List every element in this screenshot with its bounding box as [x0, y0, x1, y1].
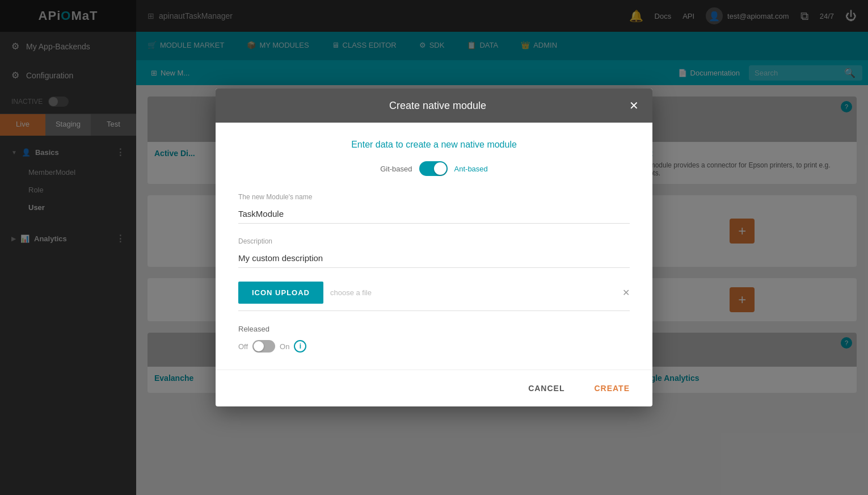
ant-label: Ant-based	[454, 165, 488, 173]
modal-subtitle: Enter data to create a new native module	[238, 140, 630, 150]
git-ant-toggle[interactable]	[419, 161, 448, 176]
module-name-input[interactable]	[238, 204, 630, 224]
released-toggle[interactable]	[252, 340, 275, 353]
upload-placeholder: choose a file	[330, 288, 616, 297]
modal-close-button[interactable]: ✕	[629, 99, 639, 112]
icon-upload-button[interactable]: ICON UPLOAD	[238, 282, 323, 304]
released-section: Released Off On i	[238, 325, 630, 353]
upload-clear-button[interactable]: ✕	[622, 287, 630, 298]
modal-body: Enter data to create a new native module…	[216, 123, 652, 370]
modal: Create native module ✕ Enter data to cre…	[216, 89, 652, 406]
released-label: Released	[238, 325, 630, 333]
git-ant-toggle-row: Git-based Ant-based	[238, 161, 630, 176]
released-info-icon[interactable]: i	[294, 340, 306, 353]
released-on-label: On	[280, 342, 289, 351]
git-label: Git-based	[380, 165, 412, 173]
cancel-button[interactable]: CANCEL	[519, 379, 574, 397]
description-input[interactable]	[238, 249, 630, 268]
released-toggle-row: Off On i	[238, 340, 630, 353]
description-label: Description	[238, 237, 630, 245]
create-button[interactable]: CREATE	[585, 379, 639, 397]
modal-overlay[interactable]: Create native module ✕ Enter data to cre…	[0, 0, 868, 495]
released-toggle-thumb	[254, 341, 264, 351]
module-name-group: The new Module's name	[238, 193, 630, 224]
module-name-label: The new Module's name	[238, 193, 630, 201]
released-off-label: Off	[238, 342, 248, 351]
description-group: Description	[238, 237, 630, 268]
toggle-switch-thumb	[434, 162, 446, 175]
modal-header: Create native module ✕	[216, 89, 652, 123]
modal-footer: CANCEL CREATE	[216, 370, 652, 406]
upload-row: ICON UPLOAD choose a file ✕	[238, 282, 630, 311]
modal-title: Create native module	[246, 100, 629, 112]
